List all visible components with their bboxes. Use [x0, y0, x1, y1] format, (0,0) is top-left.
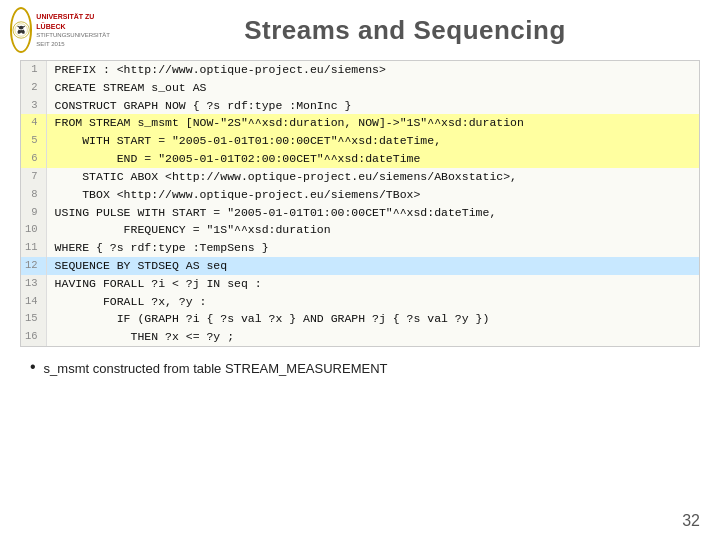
line-number-16: 16: [21, 328, 46, 346]
line-code-15: IF (GRAPH ?i { ?s val ?x } AND GRAPH ?j …: [46, 310, 699, 328]
logo-area: UNIVERSITÄT ZU LÜBECK STIFTUNGSUNIVERSIT…: [10, 5, 110, 55]
line-number-7: 7: [21, 168, 46, 186]
code-line-3: 3CONSTRUCT GRAPH NOW { ?s rdf:type :MonI…: [21, 97, 699, 115]
code-line-11: 11WHERE { ?s rdf:type :TempSens }: [21, 239, 699, 257]
line-code-7: STATIC ABOX <http://www.optique-project.…: [46, 168, 699, 186]
code-line-1: 1PREFIX : <http://www.optique-project.eu…: [21, 61, 699, 79]
logo-emblem: [12, 11, 30, 49]
uni-name-text: UNIVERSITÄT ZU LÜBECK: [36, 12, 110, 32]
line-code-1: PREFIX : <http://www.optique-project.eu/…: [46, 61, 699, 79]
code-line-14: 14 FORALL ?x, ?y :: [21, 293, 699, 311]
line-number-4: 4: [21, 114, 46, 132]
line-number-10: 10: [21, 221, 46, 239]
line-code-2: CREATE STREAM s_out AS: [46, 79, 699, 97]
line-code-9: USING PULSE WITH START = "2005-01-01T01:…: [46, 204, 699, 222]
code-line-6: 6 END = "2005-01-01T02:00:00CET"^^xsd:da…: [21, 150, 699, 168]
line-number-3: 3: [21, 97, 46, 115]
logo-circle: [10, 7, 32, 53]
line-number-15: 15: [21, 310, 46, 328]
code-block: 1PREFIX : <http://www.optique-project.eu…: [20, 60, 700, 347]
code-line-15: 15 IF (GRAPH ?i { ?s val ?x } AND GRAPH …: [21, 310, 699, 328]
bullet-icon: •: [30, 359, 36, 375]
line-number-14: 14: [21, 293, 46, 311]
line-code-6: END = "2005-01-01T02:00:00CET"^^xsd:date…: [46, 150, 699, 168]
line-code-11: WHERE { ?s rdf:type :TempSens }: [46, 239, 699, 257]
code-line-8: 8 TBOX <http://www.optique-project.eu/si…: [21, 186, 699, 204]
code-line-13: 13HAVING FORALL ?i < ?j IN seq :: [21, 275, 699, 293]
code-line-10: 10 FREQUENCY = "1S"^^xsd:duration: [21, 221, 699, 239]
code-line-4: 4FROM STREAM s_msmt [NOW-"2S"^^xsd:durat…: [21, 114, 699, 132]
code-line-7: 7 STATIC ABOX <http://www.optique-projec…: [21, 168, 699, 186]
line-code-10: FREQUENCY = "1S"^^xsd:duration: [46, 221, 699, 239]
line-number-1: 1: [21, 61, 46, 79]
header: UNIVERSITÄT ZU LÜBECK STIFTUNGSUNIVERSIT…: [0, 0, 720, 60]
code-line-2: 2CREATE STREAM s_out AS: [21, 79, 699, 97]
line-code-4: FROM STREAM s_msmt [NOW-"2S"^^xsd:durati…: [46, 114, 699, 132]
line-code-14: FORALL ?x, ?y :: [46, 293, 699, 311]
page-title: Streams and Sequencing: [110, 15, 700, 46]
uni-since-text: SEIT 2015: [36, 40, 110, 48]
line-code-5: WITH START = "2005-01-01T01:00:00CET"^^x…: [46, 132, 699, 150]
line-number-5: 5: [21, 132, 46, 150]
bullet-text: s_msmt constructed from table STREAM_MEA…: [44, 361, 388, 376]
code-line-5: 5 WITH START = "2005-01-01T01:00:00CET"^…: [21, 132, 699, 150]
line-number-8: 8: [21, 186, 46, 204]
main-content: 1PREFIX : <http://www.optique-project.eu…: [0, 60, 720, 386]
line-code-8: TBOX <http://www.optique-project.eu/siem…: [46, 186, 699, 204]
code-line-16: 16 THEN ?x <= ?y ;: [21, 328, 699, 346]
code-table: 1PREFIX : <http://www.optique-project.eu…: [21, 61, 699, 346]
svg-point-2: [19, 26, 24, 30]
line-number-2: 2: [21, 79, 46, 97]
line-number-13: 13: [21, 275, 46, 293]
line-number-12: 12: [21, 257, 46, 275]
line-number-9: 9: [21, 204, 46, 222]
line-number-6: 6: [21, 150, 46, 168]
line-code-12: SEQUENCE BY STDSEQ AS seq: [46, 257, 699, 275]
bullet-section: • s_msmt constructed from table STREAM_M…: [20, 357, 700, 376]
uni-sub-text: STIFTUNGSUNIVERSITÄT: [36, 31, 110, 39]
line-code-3: CONSTRUCT GRAPH NOW { ?s rdf:type :MonIn…: [46, 97, 699, 115]
code-line-9: 9USING PULSE WITH START = "2005-01-01T01…: [21, 204, 699, 222]
code-line-12: 12SEQUENCE BY STDSEQ AS seq: [21, 257, 699, 275]
line-code-16: THEN ?x <= ?y ;: [46, 328, 699, 346]
line-number-11: 11: [21, 239, 46, 257]
page-number: 32: [682, 512, 700, 530]
line-code-13: HAVING FORALL ?i < ?j IN seq :: [46, 275, 699, 293]
logo-text: UNIVERSITÄT ZU LÜBECK STIFTUNGSUNIVERSIT…: [36, 12, 110, 48]
